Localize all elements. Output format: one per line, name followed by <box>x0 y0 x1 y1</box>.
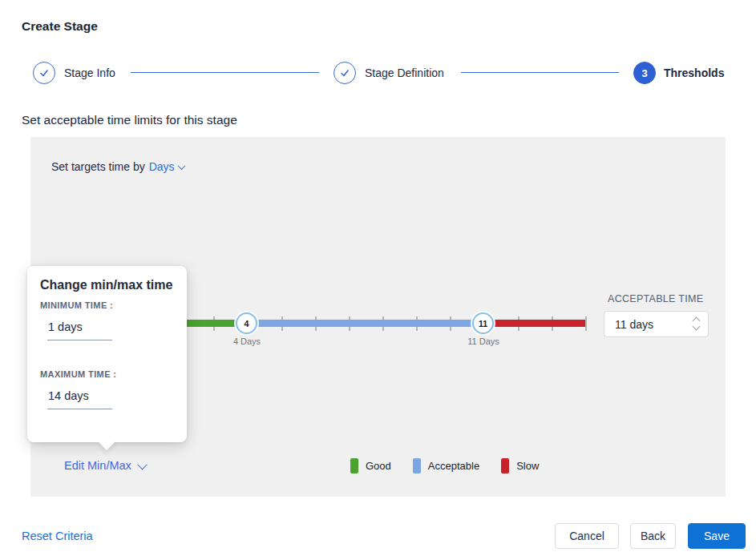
edit-minmax-label: Edit Min/Max <box>64 459 131 472</box>
min-threshold-handle[interactable]: 4 <box>236 312 257 334</box>
set-targets-label: Set targets time by <box>51 160 145 173</box>
chevron-down-icon[interactable] <box>693 323 701 331</box>
step-3-label[interactable]: Thresholds <box>664 66 724 79</box>
chevron-down-icon <box>137 459 148 469</box>
maximum-time-label: MAXIMUM TIME : <box>40 369 116 379</box>
slider-segment-acceptable <box>247 320 483 327</box>
legend-item-slow: Slow <box>501 458 539 473</box>
legend-item-good: Good <box>350 458 391 473</box>
slider-segment-slow <box>483 320 585 327</box>
step-3-circle[interactable]: 3 <box>633 62 656 84</box>
chevron-down-icon[interactable] <box>177 162 185 170</box>
section-heading: Set acceptable time limits for this stag… <box>22 113 237 127</box>
legend-label: Good <box>366 460 391 472</box>
maximum-time-input[interactable] <box>47 389 112 409</box>
reset-criteria-link[interactable]: Reset Criteria <box>22 530 93 542</box>
min-handle-label: 4 Days <box>233 336 261 346</box>
back-button[interactable]: Back <box>630 523 676 549</box>
slider-tick <box>585 316 587 331</box>
acceptable-time-stepper[interactable] <box>692 316 701 333</box>
acceptable-time-label: ACCEPTABLE TIME <box>608 293 703 304</box>
step-connector <box>131 72 319 73</box>
step-connector <box>461 72 619 73</box>
legend-label: Acceptable <box>428 460 479 472</box>
legend: Good Acceptable Slow <box>350 458 539 473</box>
save-button[interactable]: Save <box>688 523 746 549</box>
good-swatch-icon <box>350 458 358 473</box>
step-2-circle[interactable] <box>334 62 356 84</box>
acceptable-swatch-icon <box>413 458 421 473</box>
step-1-label[interactable]: Stage Info <box>64 66 115 79</box>
step-2-label[interactable]: Stage Definition <box>365 66 444 79</box>
step-1-circle[interactable] <box>33 62 55 84</box>
max-threshold-handle[interactable]: 11 <box>472 312 494 334</box>
check-icon <box>339 67 350 79</box>
change-minmax-popover: Change min/max time MINIMUM TIME : MAXIM… <box>27 266 187 442</box>
minimum-time-input[interactable] <box>47 320 112 340</box>
set-targets-row: Set targets time by Days <box>51 160 184 173</box>
edit-minmax-toggle[interactable]: Edit Min/Max <box>64 459 146 472</box>
page-title: Create Stage <box>22 19 98 34</box>
popover-title: Change min/max time <box>40 278 172 292</box>
cancel-button[interactable]: Cancel <box>555 523 619 549</box>
create-stage-dialog: Create Stage Stage Info Stage Definition… <box>0 0 756 560</box>
acceptable-time-box <box>604 311 709 337</box>
targets-unit-dropdown[interactable]: Days <box>149 160 175 173</box>
legend-label: Slow <box>516 460 539 472</box>
stepper: Stage Info Stage Definition 3 Thresholds <box>0 62 756 84</box>
max-handle-label: 11 Days <box>467 336 499 346</box>
legend-item-acceptable: Acceptable <box>413 458 479 473</box>
slow-swatch-icon <box>501 458 509 473</box>
minimum-time-label: MINIMUM TIME : <box>40 300 113 310</box>
check-icon <box>38 67 50 79</box>
